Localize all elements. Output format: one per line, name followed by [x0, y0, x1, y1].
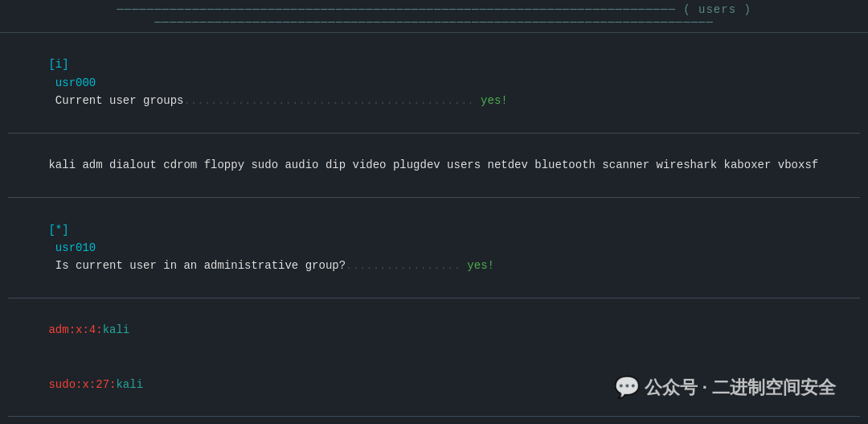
divider-1: [8, 133, 860, 134]
usr000-result: yes!: [474, 94, 508, 107]
groups-text: kali adm dialout cdrom floppy sudo audio…: [48, 158, 818, 171]
usr000-text: Current user groups: [48, 94, 183, 107]
usr000-line: [i] usr000 Current user groups..........…: [8, 38, 860, 128]
usr010-line: [*] usr010 Is current user in an adminis…: [8, 203, 860, 293]
groups-line: kali adm dialout cdrom floppy sudo audio…: [8, 138, 860, 192]
usr010-code: usr010: [48, 241, 96, 254]
adm-part1: adm:x:4:: [48, 323, 102, 336]
header-separator-left: ────────────────────────────────────────…: [117, 3, 676, 16]
content-area: [i] usr000 Current user groups..........…: [0, 33, 868, 424]
divider-3: [8, 298, 860, 298]
usr010-result: yes!: [461, 259, 494, 272]
adm-line: adm:x:4:kali: [8, 303, 860, 357]
adm-part2: kali: [103, 323, 130, 336]
usr000-prefix: [i]: [48, 58, 68, 71]
header-title: ( users ): [683, 3, 751, 16]
header: ────────────────────────────────────────…: [0, 0, 868, 33]
sudo-part2: kali: [116, 378, 143, 391]
divider-4: [8, 416, 860, 417]
usr000-code: usr000: [48, 76, 96, 89]
usr010-text: Is current user in an administrative gro…: [48, 259, 346, 272]
divider-2: [8, 197, 860, 198]
terminal: ────────────────────────────────────────…: [0, 0, 868, 424]
usr010-prefix: [*]: [48, 224, 68, 237]
usr000-dots: ........................................…: [183, 94, 473, 107]
header-separator-right: ────────────────────────────────────────…: [154, 16, 714, 29]
usr010-dots: .................: [346, 259, 461, 272]
sudo-part1: sudo:x:27:: [48, 378, 116, 391]
sudo-line: sudo:x:27:kali: [8, 357, 860, 411]
